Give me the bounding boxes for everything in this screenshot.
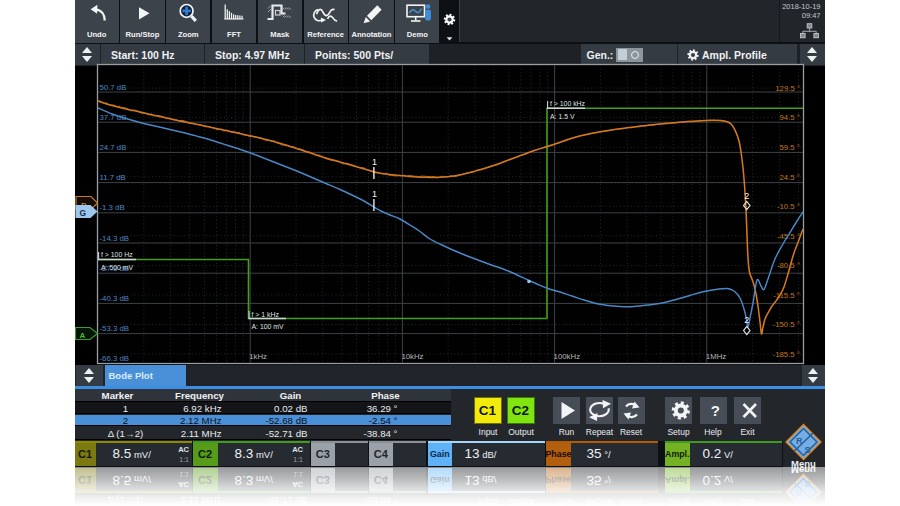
svg-text:129.5 °: 129.5 ° — [775, 84, 800, 93]
svg-text:10kHz: 10kHz — [401, 352, 423, 361]
svg-text:A: 1.5 V: A: 1.5 V — [550, 113, 575, 120]
svg-text:-10.5 °: -10.5 ° — [776, 202, 799, 211]
svg-text:-66.3 dB: -66.3 dB — [99, 354, 128, 363]
svg-text:94.5 °: 94.5 ° — [779, 113, 799, 122]
svg-text:24.5 °: 24.5 ° — [779, 173, 799, 182]
svg-text:-150.5 °: -150.5 ° — [772, 320, 799, 329]
svg-text:A: 100 mV: A: 100 mV — [251, 323, 284, 330]
svg-text:2: 2 — [744, 191, 749, 201]
svg-text:-80.5 °: -80.5 ° — [776, 261, 799, 270]
svg-text:100kHz: 100kHz — [553, 352, 580, 361]
svg-text:1: 1 — [371, 189, 376, 199]
svg-text:f > 100 Hz: f > 100 Hz — [101, 251, 133, 258]
svg-text:11.7 dB: 11.7 dB — [99, 173, 125, 182]
svg-text:1MHz: 1MHz — [705, 352, 725, 361]
svg-text:f > 1 kHz: f > 1 kHz — [251, 311, 279, 318]
svg-text:1kHz: 1kHz — [249, 352, 267, 361]
svg-text:f > 100 kHz: f > 100 kHz — [550, 100, 586, 107]
svg-text:59.5 °: 59.5 ° — [779, 143, 799, 152]
svg-text:1: 1 — [371, 157, 376, 167]
svg-text:-40.3 dB: -40.3 dB — [99, 294, 128, 303]
svg-text:-14.3 dB: -14.3 dB — [99, 234, 128, 243]
svg-text:50.7 dB: 50.7 dB — [99, 83, 126, 92]
svg-text:G: G — [79, 208, 86, 218]
svg-text:A: A — [79, 331, 85, 340]
svg-text:-1.3 dB: -1.3 dB — [99, 203, 124, 212]
svg-text:24.7 dB: 24.7 dB — [99, 143, 126, 152]
svg-text:2: 2 — [744, 315, 749, 325]
svg-text:-53.3 dB: -53.3 dB — [99, 324, 128, 333]
svg-text:?: ? — [710, 402, 719, 419]
svg-text:-185.5 °: -185.5 ° — [772, 350, 799, 359]
svg-text:A: 500 mV: A: 500 mV — [101, 264, 134, 271]
svg-text:R: R — [796, 436, 803, 446]
svg-text:S: S — [804, 445, 810, 455]
